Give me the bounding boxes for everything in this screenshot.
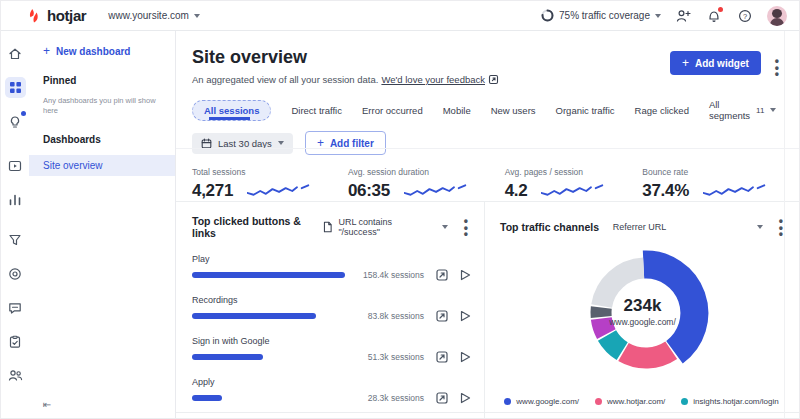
invite-user-button[interactable] xyxy=(674,7,692,25)
help-button[interactable]: ? xyxy=(736,7,754,25)
bar-track xyxy=(192,354,346,360)
main-content: Site overview An aggregated view of all … xyxy=(176,31,799,418)
subtitle-text: An aggregated view of all your session d… xyxy=(192,74,378,85)
donut-segment[interactable] xyxy=(607,336,622,352)
user-avatar[interactable] xyxy=(767,6,787,26)
play-recording-button[interactable] xyxy=(458,391,472,405)
top-clicked-widget: Top clicked buttons & links URL contains… xyxy=(176,201,484,418)
clicked-link-row: Sign in with Google 51.3k sessions xyxy=(192,336,472,364)
traffic-coverage-dropdown[interactable]: 75% traffic coverage xyxy=(541,9,661,22)
pinned-empty-note: Any dashboards you pin will show here xyxy=(29,96,175,116)
nav-surveys[interactable] xyxy=(5,331,26,352)
metric-label: Total sessions xyxy=(192,167,313,177)
feedback-link[interactable]: We'd love your feedback xyxy=(381,74,485,85)
metric-value: 4.2 xyxy=(505,181,528,201)
metric-total-sessions: Total sessions 4,271 xyxy=(192,167,313,201)
chip-direct-traffic[interactable]: Direct traffic xyxy=(291,105,342,116)
url-filter-dropdown[interactable]: URL contains "/success" xyxy=(323,217,448,237)
play-recording-button[interactable] xyxy=(458,309,472,323)
legend-item[interactable]: www.hotjar.com/ xyxy=(595,397,665,406)
chip-rage-clicked[interactable]: Rage clicked xyxy=(635,105,689,116)
chip-mobile[interactable]: Mobile xyxy=(443,105,471,116)
all-segments-label: All segments xyxy=(709,99,750,121)
new-feature-dot xyxy=(21,111,26,116)
all-segments-dropdown[interactable]: All segments 11 xyxy=(709,99,793,121)
nav-insights[interactable] xyxy=(5,111,26,132)
pinned-section-title: Pinned xyxy=(29,75,175,86)
heatmap-icon xyxy=(436,269,448,281)
legend-dot xyxy=(681,398,688,405)
row-label: Apply xyxy=(192,377,472,387)
donut-segment[interactable] xyxy=(624,350,672,358)
brand-name: hotjar xyxy=(47,7,86,24)
traffic-channels-widget: Top traffic channels Referrer URL ••• 23… xyxy=(484,201,799,418)
play-icon xyxy=(460,351,471,363)
sidebar-item-site-overview[interactable]: Site overview xyxy=(29,155,175,176)
click-bar xyxy=(192,354,263,360)
view-heatmap-button[interactable] xyxy=(435,309,449,323)
donut-segment[interactable] xyxy=(644,265,695,353)
page-header: Site overview An aggregated view of all … xyxy=(176,31,799,85)
play-recording-button[interactable] xyxy=(458,350,472,364)
chip-new-users[interactable]: New users xyxy=(491,105,536,116)
metric-avg-duration: Avg. session duration 06:35 xyxy=(348,167,470,201)
add-widget-button[interactable]: + Add widget xyxy=(670,51,761,75)
nav-dashboards[interactable] xyxy=(5,77,26,98)
topbar-actions: 75% traffic coverage xyxy=(541,6,787,26)
legend-item[interactable]: www.google.com/ xyxy=(504,397,579,406)
legend-label: www.google.com/ xyxy=(516,397,579,406)
coverage-label: 75% traffic coverage xyxy=(559,10,650,21)
nav-feedback[interactable] xyxy=(5,297,26,318)
click-bar xyxy=(192,272,345,278)
clicked-link-row: Apply 28.3k sessions xyxy=(192,377,472,405)
legend-label: www.hotjar.com/ xyxy=(607,397,665,406)
page-menu-kebab-icon[interactable]: ••• xyxy=(771,56,783,80)
view-heatmap-button[interactable] xyxy=(435,268,449,282)
url-filter-label: URL contains "/success" xyxy=(338,217,431,237)
chip-error-occurred[interactable]: Error occurred xyxy=(362,105,423,116)
widget-menu-kebab-icon[interactable]: ••• xyxy=(460,216,472,240)
site-selector[interactable]: www.yoursite.com xyxy=(108,10,200,21)
donut-segment[interactable] xyxy=(601,319,606,335)
add-filter-button[interactable]: + Add filter xyxy=(305,131,386,155)
metric-label: Avg. pages / session xyxy=(505,167,608,177)
legend-item[interactable]: insights.hotjar.com/login xyxy=(681,397,778,406)
click-bar xyxy=(192,395,222,401)
site-selector-label: www.yoursite.com xyxy=(108,10,189,21)
nav-recordings[interactable] xyxy=(5,263,26,284)
row-sessions: 28.3k sessions xyxy=(350,393,424,403)
date-range-dropdown[interactable]: Last 30 days xyxy=(192,133,293,154)
segments-count: 11 xyxy=(756,106,764,115)
hotjar-flame-icon xyxy=(27,8,42,24)
bar-chart-icon xyxy=(8,193,22,207)
row-sessions: 83.8k sessions xyxy=(350,311,424,321)
play-recording-button[interactable] xyxy=(458,268,472,282)
nav-highlights[interactable] xyxy=(5,155,26,176)
nav-home[interactable] xyxy=(5,43,26,64)
metric-pages-per-session: Avg. pages / session 4.2 xyxy=(505,167,608,201)
hotjar-logo[interactable]: hotjar xyxy=(27,7,86,24)
nav-trends[interactable] xyxy=(5,189,26,210)
widget-title: Top clicked buttons & links xyxy=(192,215,323,239)
sparkline-chart xyxy=(541,183,607,199)
traffic-donut-chart[interactable]: 234k www.google.com/ xyxy=(484,201,800,419)
metric-bounce-rate: Bounce rate 37.4% xyxy=(642,167,769,201)
chip-organic-traffic[interactable]: Organic traffic xyxy=(556,105,615,116)
page-subtitle: An aggregated view of all your session d… xyxy=(192,74,499,85)
plus-icon: + xyxy=(43,45,50,57)
notifications-button[interactable] xyxy=(705,7,723,25)
home-icon xyxy=(8,47,22,61)
collapse-sidebar-icon[interactable]: ⇤ xyxy=(43,399,51,410)
chevron-down-icon xyxy=(770,108,776,112)
funnel-icon xyxy=(8,233,22,247)
nav-funnels[interactable] xyxy=(5,229,26,250)
view-heatmap-button[interactable] xyxy=(435,350,449,364)
icon-rail xyxy=(1,31,29,418)
chevron-down-icon xyxy=(442,225,448,229)
donut-segment[interactable] xyxy=(602,268,644,306)
click-bar xyxy=(192,313,316,319)
donut-legend: www.google.com/ www.hotjar.com/ insights… xyxy=(484,397,799,406)
new-dashboard-button[interactable]: + New dashboard xyxy=(29,45,175,57)
nav-interviews[interactable] xyxy=(5,365,26,386)
view-heatmap-button[interactable] xyxy=(435,391,449,405)
